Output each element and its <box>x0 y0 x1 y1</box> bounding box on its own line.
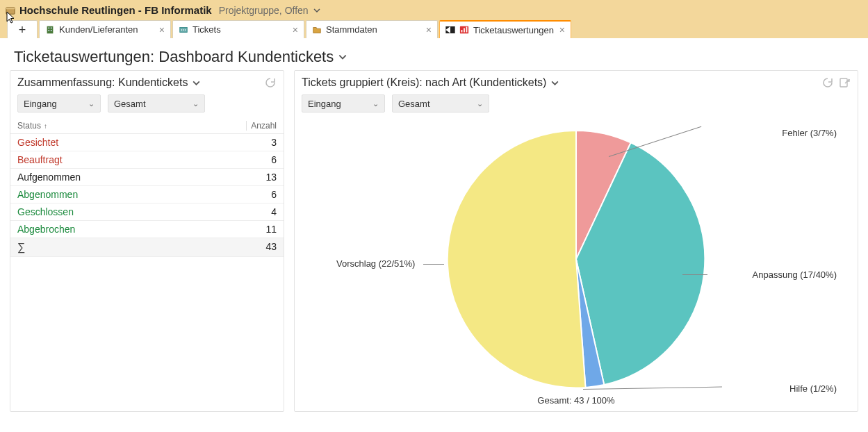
page-title: Ticketauswertungen: Dashboard Kundentick… <box>14 48 334 66</box>
svg-rect-5 <box>48 30 49 31</box>
close-icon[interactable]: × <box>426 24 432 35</box>
chevron-down-icon[interactable] <box>550 78 559 88</box>
folder-icon <box>312 25 322 35</box>
pie-chart: Fehler (3/7%) Anpassung (17/40%) Hilfe (… <box>295 118 858 411</box>
table-row[interactable]: Aufgenommen13 <box>10 169 284 186</box>
tab-tickets[interactable]: Tickets × <box>172 20 304 38</box>
app-title: Hochschule Reutlingen - FB Informatik <box>19 4 212 16</box>
table-header: Status ↑ Anzahl <box>10 118 284 134</box>
tab-new[interactable]: + <box>7 20 38 38</box>
pie-label-anpassung: Anpassung (17/40%) <box>753 269 837 280</box>
count-cell: 6 <box>271 189 277 200</box>
chevron-down-icon[interactable] <box>313 6 321 15</box>
table-row[interactable]: Abgenommen6 <box>10 186 284 203</box>
chart-red-icon <box>459 25 469 35</box>
tabs: + Kunden/Lieferanten × Tickets × Stammda… <box>6 20 862 38</box>
close-icon[interactable]: × <box>559 24 565 35</box>
svg-rect-13 <box>461 30 463 33</box>
svg-rect-2 <box>47 26 54 33</box>
pie-label-fehler: Fehler (3/7%) <box>782 128 837 138</box>
status-cell: Abgenommen <box>17 189 271 200</box>
summary-rows: Gesichtet3Beauftragt6Aufgenommen13Abgeno… <box>10 134 284 257</box>
filter-eingang[interactable]: Eingang ⌄ <box>17 94 101 113</box>
svg-rect-14 <box>464 28 465 32</box>
pie-svg <box>441 124 712 394</box>
refresh-icon[interactable] <box>264 76 277 89</box>
table-row-sum: ∑43 <box>10 238 284 257</box>
flag-icon <box>445 26 455 33</box>
svg-point-10 <box>185 29 186 31</box>
chevron-down-icon: ⌄ <box>88 99 95 108</box>
table-row[interactable]: Abgebrochen11 <box>10 221 284 238</box>
summary-panel: Zusammenfassung: Kundentickets Eingang ⌄… <box>10 70 284 412</box>
dropdown-label: Gesamt <box>114 99 146 109</box>
col-count[interactable]: Anzahl <box>251 121 277 131</box>
status-cell: Aufgenommen <box>17 172 265 183</box>
filter-eingang[interactable]: Eingang ⌄ <box>302 94 385 113</box>
table-row[interactable]: Gesichtet3 <box>10 134 284 151</box>
table-row[interactable]: Beauftragt6 <box>10 151 284 169</box>
dropdown-label: Eingang <box>308 99 341 109</box>
table-row[interactable]: Geschlossen4 <box>10 203 284 221</box>
sum-label: ∑ <box>17 241 265 254</box>
status-cell: Abgebrochen <box>17 224 265 235</box>
status-cell: Geschlossen <box>17 206 271 217</box>
pie-label-hilfe: Hilfe (1/2%) <box>789 383 837 394</box>
sum-value: 43 <box>265 241 277 254</box>
building-icon <box>45 25 55 35</box>
svg-point-8 <box>181 29 183 31</box>
sort-asc-icon: ↑ <box>44 122 47 130</box>
tab-label: Ticketauswertungen <box>473 25 554 35</box>
refresh-icon[interactable] <box>821 76 834 89</box>
panel-title: Zusammenfassung: Kundentickets <box>17 76 188 89</box>
count-cell: 4 <box>271 206 277 217</box>
close-icon[interactable]: × <box>159 24 165 35</box>
dropdown-label: Eingang <box>24 99 57 109</box>
svg-rect-15 <box>466 27 468 33</box>
tab-ticketauswertungen[interactable]: Ticketauswertungen × <box>439 20 571 38</box>
ticket-icon <box>179 25 188 35</box>
count-cell: 6 <box>271 154 277 165</box>
pie-label-vorschlag: Vorschlag (22/51%) <box>336 258 415 269</box>
status-cell: Gesichtet <box>17 137 271 148</box>
filter-gesamt[interactable]: Gesamt ⌄ <box>108 94 205 113</box>
close-icon[interactable]: × <box>293 24 298 35</box>
leader-line <box>423 264 444 265</box>
app-subtitle: Projektgruppe, Offen <box>219 5 309 16</box>
svg-rect-3 <box>48 27 49 28</box>
filter-gesamt[interactable]: Gesamt ⌄ <box>392 94 489 113</box>
count-cell: 11 <box>265 224 277 235</box>
tab-label: Kunden/Lieferanten <box>59 24 138 35</box>
svg-rect-1 <box>6 7 15 9</box>
export-icon[interactable] <box>838 76 851 89</box>
tab-kunden[interactable]: Kunden/Lieferanten × <box>39 20 171 38</box>
tab-label: Stammdaten <box>326 24 377 35</box>
tab-stammdaten[interactable]: Stammdaten × <box>306 20 438 38</box>
app-icon <box>6 6 15 15</box>
svg-rect-6 <box>51 30 52 31</box>
plus-icon: + <box>19 24 26 36</box>
col-status[interactable]: Status ↑ <box>17 121 246 131</box>
svg-point-9 <box>183 29 184 31</box>
dropdown-label: Gesamt <box>398 99 430 109</box>
header-bar: Hochschule Reutlingen - FB Informatik Pr… <box>0 0 868 38</box>
chevron-down-icon[interactable] <box>338 52 347 62</box>
pie-total: Gesamt: 43 / 100% <box>537 395 614 406</box>
leader-line <box>682 274 707 275</box>
pie-slice[interactable] <box>448 131 586 388</box>
count-cell: 3 <box>271 137 277 148</box>
chevron-down-icon: ⌄ <box>372 99 379 108</box>
chart-panel: Tickets gruppiert (Kreis): nach Art (Kun… <box>294 70 858 412</box>
svg-rect-4 <box>51 27 52 28</box>
status-cell: Beauftragt <box>17 154 271 165</box>
chevron-down-icon: ⌄ <box>477 99 483 108</box>
tab-label: Tickets <box>193 24 221 35</box>
chevron-down-icon: ⌄ <box>193 99 199 108</box>
panel-title: Tickets gruppiert (Kreis): nach Art (Kun… <box>302 76 546 89</box>
chevron-down-icon[interactable] <box>192 78 201 88</box>
count-cell: 13 <box>265 172 277 183</box>
